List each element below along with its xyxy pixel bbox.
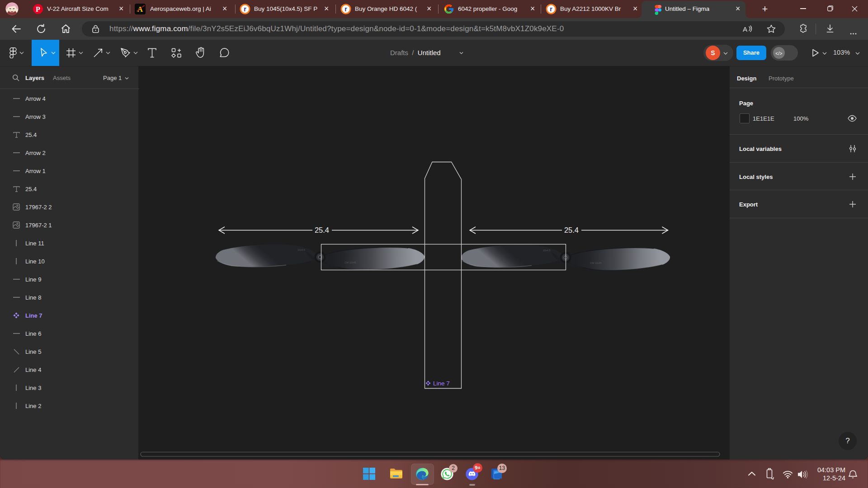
svg-text:25.4: 25.4	[564, 226, 579, 234]
svg-text:r: r	[344, 5, 347, 13]
svg-text:A: A	[743, 25, 747, 33]
svg-text:Line 7: Line 7	[433, 380, 450, 387]
svg-text:P: P	[36, 5, 40, 13]
svg-text:A: A	[137, 5, 143, 14]
svg-text:r: r	[550, 5, 552, 13]
svg-text:r: r	[244, 5, 246, 13]
svg-text:25.4: 25.4	[315, 226, 329, 234]
